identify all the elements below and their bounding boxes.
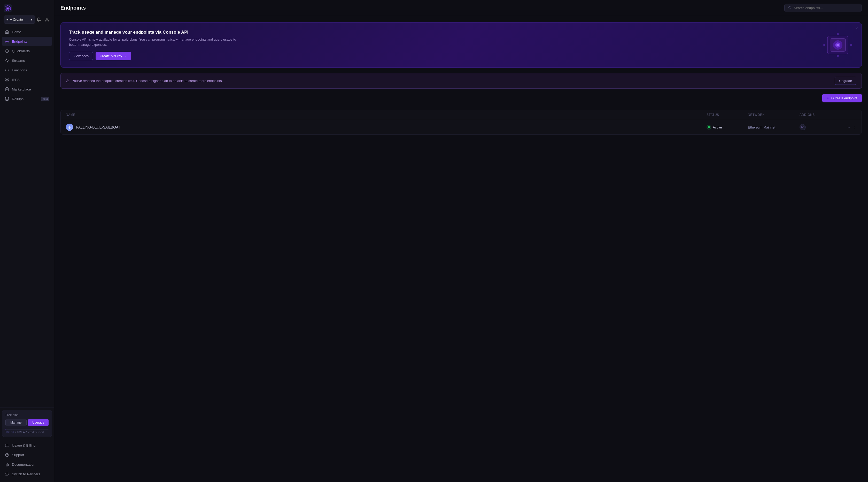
- top-bar: Endpoints: [54, 0, 868, 16]
- sidebar-item-label-documentation: Documentation: [12, 463, 35, 466]
- sidebar-item-quickalerts[interactable]: QuickAlerts: [2, 46, 52, 56]
- row-actions: ··· ›: [841, 124, 857, 130]
- svg-point-25: [837, 33, 839, 35]
- sidebar-actions: + + Create ▾: [0, 15, 54, 26]
- svg-marker-7: [5, 78, 8, 80]
- api-credits: 189.3K / 10M API credits used: [5, 429, 49, 434]
- row-expand-button[interactable]: ›: [853, 125, 857, 130]
- support-icon: [5, 453, 9, 457]
- network-cell: Ethereum Mainnet: [748, 125, 800, 129]
- sidebar-item-rollups[interactable]: Rollups Beta: [2, 94, 52, 104]
- create-endpoint-button[interactable]: + + Create endpoint: [822, 94, 862, 103]
- col-status: Status: [707, 113, 748, 117]
- ethereum-avatar: [66, 123, 73, 131]
- sidebar-item-endpoints[interactable]: Endpoints: [2, 37, 52, 46]
- create-api-label: Create API key: [100, 54, 122, 58]
- status-text: Active: [713, 125, 722, 129]
- notifications-button[interactable]: [35, 16, 42, 23]
- content-area: Track usage and manage your endpoints vi…: [54, 16, 868, 482]
- addon-settings-icon: [801, 126, 804, 129]
- addons-cell: [800, 124, 841, 130]
- promo-banner: Track usage and manage your endpoints vi…: [60, 22, 862, 68]
- create-chevron: ▾: [31, 18, 33, 22]
- plan-box: Free plan Manage Upgrade 189.3K / 10M AP…: [2, 410, 52, 437]
- search-bar[interactable]: [784, 4, 862, 12]
- sidebar-item-documentation[interactable]: Documentation: [2, 460, 52, 469]
- svg-point-28: [850, 44, 852, 46]
- billing-icon: [5, 443, 9, 448]
- plus-icon-endpoint: +: [827, 96, 829, 100]
- svg-marker-34: [68, 128, 69, 129]
- sidebar-item-label-functions: Functions: [12, 68, 27, 72]
- streams-icon: [5, 58, 9, 63]
- user-icon: [45, 17, 49, 22]
- credits-used-value: 189.3K: [5, 430, 14, 434]
- sidebar-bottom: Free plan Manage Upgrade 189.3K / 10M AP…: [0, 407, 54, 482]
- svg-line-17: [791, 8, 792, 9]
- svg-point-35: [802, 127, 803, 128]
- sidebar-item-usage-billing[interactable]: Usage & Billing: [2, 441, 52, 450]
- warning-icon: ⚠: [66, 78, 69, 83]
- manage-plan-button[interactable]: Manage: [5, 419, 27, 426]
- table-row[interactable]: FALLING-BLUE-SAILBOAT Active Ethereum Ma…: [61, 120, 862, 135]
- warning-message: You've reached the endpoint creation lim…: [72, 79, 223, 83]
- credits-bar-fill: [5, 429, 6, 429]
- sidebar-item-functions[interactable]: Functions: [2, 65, 52, 75]
- sidebar-item-label-usage-billing: Usage & Billing: [12, 444, 36, 447]
- sidebar: + + Create ▾: [0, 0, 54, 482]
- sidebar-item-marketplace[interactable]: Marketplace: [2, 85, 52, 94]
- svg-point-24: [836, 44, 839, 46]
- endpoint-name-label: FALLING-BLUE-SAILBOAT: [76, 125, 120, 129]
- bell-icon: [36, 17, 41, 22]
- create-api-key-button[interactable]: Create API key →: [96, 52, 131, 60]
- svg-rect-10: [5, 444, 9, 447]
- svg-point-16: [789, 6, 791, 9]
- header-icon-group: [35, 16, 51, 23]
- col-name: Name: [66, 113, 707, 117]
- sidebar-item-label-ipfs: IPFS: [12, 78, 20, 82]
- plus-icon: +: [6, 18, 8, 22]
- upgrade-plan-button[interactable]: Upgrade: [28, 419, 49, 426]
- sidebar-item-ipfs[interactable]: IPFS: [2, 75, 52, 84]
- switch-partners-icon: [5, 472, 9, 476]
- endpoint-name-cell: FALLING-BLUE-SAILBOAT: [66, 123, 707, 131]
- api-illustration-svg: [822, 32, 853, 58]
- svg-point-4: [46, 18, 48, 19]
- svg-point-12: [5, 453, 9, 457]
- row-options-button[interactable]: ···: [845, 124, 851, 130]
- sidebar-item-label-home: Home: [12, 30, 21, 34]
- beta-badge: Beta: [41, 97, 49, 101]
- promo-close-button[interactable]: ×: [855, 26, 858, 31]
- documentation-icon: [5, 462, 9, 467]
- sidebar-item-home[interactable]: Home: [2, 27, 52, 36]
- warning-banner: ⚠ You've reached the endpoint creation l…: [60, 73, 862, 89]
- addon-icon: [800, 124, 806, 130]
- promo-title: Track usage and manage your endpoints vi…: [69, 30, 245, 35]
- eth-logo-icon: [67, 125, 71, 129]
- sidebar-bottom-nav: Usage & Billing Support: [2, 440, 52, 480]
- upgrade-button[interactable]: Upgrade: [835, 77, 857, 85]
- view-docs-button[interactable]: View docs: [69, 52, 93, 60]
- svg-point-26: [837, 55, 839, 57]
- svg-point-3: [7, 8, 8, 9]
- status-dot-ring: [707, 125, 711, 130]
- col-addons: Add-ons: [800, 113, 841, 117]
- status-dot: [708, 126, 710, 128]
- svg-marker-33: [69, 128, 71, 129]
- sidebar-item-label-switch-partners: Switch to Partners: [12, 472, 40, 476]
- svg-point-27: [823, 44, 826, 46]
- main-content: Endpoints Track usage and manage your en…: [54, 0, 868, 482]
- sidebar-item-label-streams: Streams: [12, 59, 25, 63]
- create-button[interactable]: + + Create ▾: [4, 16, 35, 24]
- credits-total: 10M: [17, 430, 22, 434]
- search-input[interactable]: [794, 6, 858, 10]
- sidebar-item-label-rollups: Rollups: [12, 97, 24, 101]
- endpoints-icon: [5, 39, 9, 44]
- sidebar-item-label-marketplace: Marketplace: [12, 87, 31, 91]
- plan-label: Free plan: [5, 413, 49, 417]
- sidebar-item-support[interactable]: Support: [2, 450, 52, 459]
- profile-button[interactable]: [44, 16, 51, 23]
- sidebar-item-streams[interactable]: Streams: [2, 56, 52, 65]
- sidebar-item-label-support: Support: [12, 453, 24, 457]
- sidebar-item-switch-partners[interactable]: Switch to Partners: [2, 469, 52, 479]
